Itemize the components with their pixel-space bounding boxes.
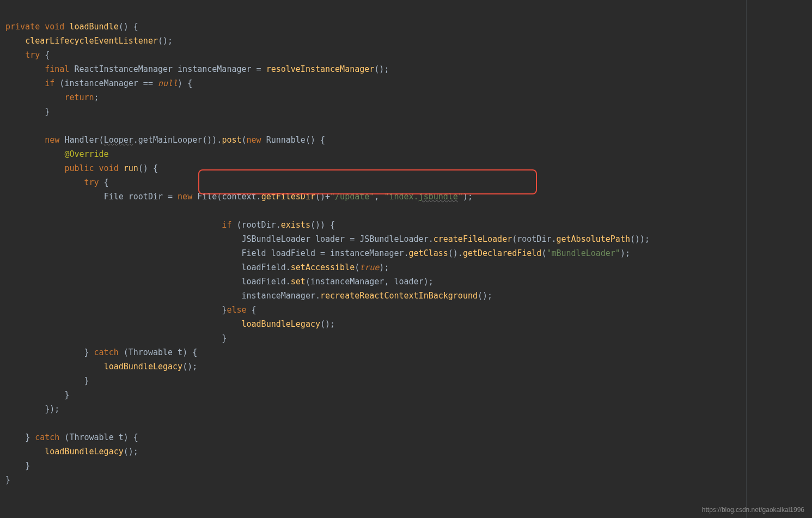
class-ref: Looper — [104, 135, 133, 145]
type: File — [104, 192, 124, 202]
brace: } — [25, 461, 30, 471]
obj: loadField. — [241, 263, 290, 272]
punct: ); — [620, 248, 630, 258]
punct: { — [247, 305, 257, 315]
comma: , — [374, 192, 384, 202]
punct: ( — [512, 234, 517, 244]
fn-call: exists — [281, 220, 310, 230]
fn-call: clearLifecycleEventListener — [25, 36, 158, 46]
var: rootDir — [129, 192, 163, 202]
obj: instanceManager. — [241, 291, 320, 301]
obj: rootDir. — [241, 220, 280, 230]
op: = — [163, 192, 178, 202]
fn-call: loadBundleLegacy — [45, 447, 124, 456]
keyword: public — [64, 163, 94, 173]
brace: } — [64, 390, 69, 400]
keyword: try — [25, 50, 40, 60]
editor-gutter-line — [746, 0, 747, 518]
punct: ( — [119, 348, 129, 357]
annotation: @Override — [64, 149, 108, 159]
op: = — [315, 248, 330, 258]
keyword: if — [222, 220, 231, 230]
punct: ( — [231, 220, 241, 230]
punct: { — [99, 178, 109, 187]
punct: ( — [242, 135, 247, 145]
var: loader — [315, 234, 345, 244]
string: "mBundleLoader" — [546, 248, 620, 258]
method-name: run — [124, 163, 138, 173]
punct: ) { — [182, 348, 197, 357]
string: jsbundle — [419, 192, 458, 202]
punct: ( — [59, 432, 69, 442]
var: loadField — [271, 248, 315, 258]
watermark-text: https://blog.csdn.net/gaokaikai1996 — [702, 506, 804, 514]
punct: ) { — [178, 78, 192, 88]
punct: ) { — [124, 432, 138, 442]
fn-call: getClass — [409, 248, 448, 258]
fn-call: set — [291, 277, 306, 287]
keyword: catch — [94, 348, 119, 357]
fn-call: recreateReactContextInBackground — [320, 291, 478, 301]
op: = — [252, 64, 266, 74]
brace: } — [45, 107, 50, 117]
punct: ( — [54, 78, 64, 88]
punct: (); — [182, 362, 197, 371]
code-editor[interactable]: private void loadBundle() { clearLifecyc… — [0, 0, 812, 487]
null-literal: null — [158, 78, 178, 88]
punct: ); — [379, 263, 389, 272]
fn-call: getDeclaredField — [463, 248, 542, 258]
brace: } — [5, 475, 10, 485]
type: Handler — [64, 135, 99, 145]
type: File — [197, 192, 217, 202]
fn-call: post — [222, 135, 241, 145]
keyword: final — [45, 64, 69, 74]
true-literal: true — [359, 263, 379, 272]
obj: context. — [222, 192, 261, 202]
obj: rootDir. — [517, 234, 556, 244]
fn-call: getMainLooper — [138, 135, 202, 145]
punct: (). — [448, 248, 463, 258]
keyword: else — [227, 305, 246, 315]
keyword: new — [178, 192, 192, 202]
brace: }); — [45, 404, 59, 414]
string: "index. — [384, 192, 418, 202]
brace: } — [84, 376, 89, 386]
type: Throwable — [129, 348, 173, 357]
type: JSBundleLoader — [241, 234, 310, 244]
punct: ()). — [202, 135, 222, 145]
space — [192, 192, 197, 202]
keyword: try — [84, 178, 99, 187]
punct: () { — [306, 135, 325, 145]
punct: ; — [94, 93, 99, 102]
keyword: new — [247, 135, 261, 145]
punct: ( — [355, 263, 359, 272]
keyword: new — [45, 135, 59, 145]
var: t — [173, 348, 182, 357]
fn-call: resolveInstanceManager — [266, 64, 375, 74]
keyword: private — [5, 22, 40, 32]
punct: (instanceManager, loader); — [306, 277, 434, 287]
fn-call: loadBundleLegacy — [241, 319, 320, 329]
var: instanceManager — [64, 78, 138, 88]
type: Field — [241, 248, 266, 258]
punct: { — [40, 50, 50, 60]
type: ReactInstanceManager — [74, 64, 173, 74]
keyword: catch — [35, 432, 59, 442]
punct: ( — [99, 135, 104, 145]
obj: loadField. — [241, 277, 290, 287]
op: = — [345, 234, 359, 244]
dot: . — [133, 135, 138, 145]
punct: () { — [138, 163, 158, 173]
keyword: void — [45, 22, 64, 32]
brace: } — [25, 432, 35, 442]
fn-call: loadBundleLegacy — [104, 362, 183, 371]
var: t — [114, 432, 124, 442]
var: instanceManager — [178, 64, 251, 74]
punct: (); — [374, 64, 389, 74]
space — [261, 135, 266, 145]
punct: (); — [320, 319, 335, 329]
fn-call: createFileLoader — [434, 234, 512, 244]
keyword: return — [64, 93, 94, 102]
method-name: loadBundle — [69, 22, 118, 32]
keyword: void — [99, 163, 119, 173]
